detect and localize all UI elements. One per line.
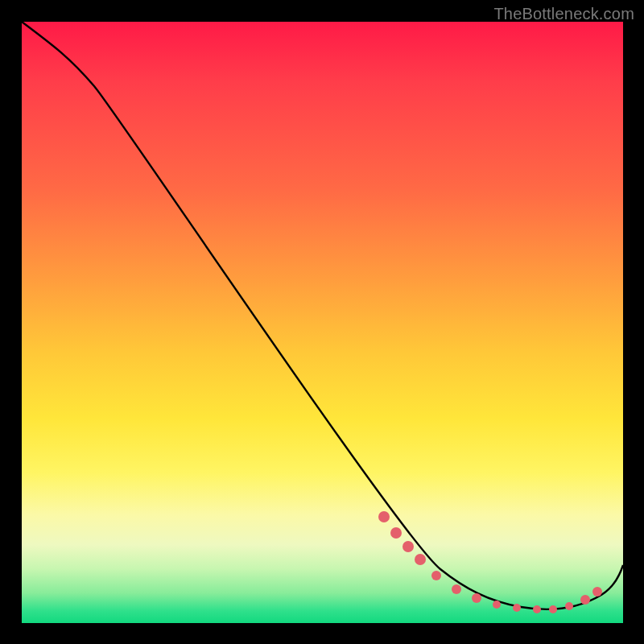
bottleneck-curve: [22, 22, 623, 609]
marker-dot: [592, 587, 602, 597]
marker-dot: [513, 604, 521, 612]
watermark-text: TheBottleneck.com: [493, 5, 634, 23]
marker-dot: [533, 605, 541, 613]
marker-dot: [390, 527, 402, 539]
marker-dot: [549, 605, 557, 613]
plot-area: [22, 22, 623, 623]
marker-dot: [565, 602, 573, 610]
marker-dot: [472, 593, 481, 603]
marker-dot: [431, 571, 441, 580]
marker-dot: [452, 584, 461, 594]
curve-layer: [22, 22, 623, 623]
marker-dot: [493, 601, 501, 609]
marker-dot: [378, 511, 390, 522]
marker-dot: [402, 541, 414, 552]
marker-dot: [580, 595, 590, 605]
chart-stage: TheBottleneck.com: [0, 0, 644, 644]
marker-dot: [415, 554, 426, 565]
